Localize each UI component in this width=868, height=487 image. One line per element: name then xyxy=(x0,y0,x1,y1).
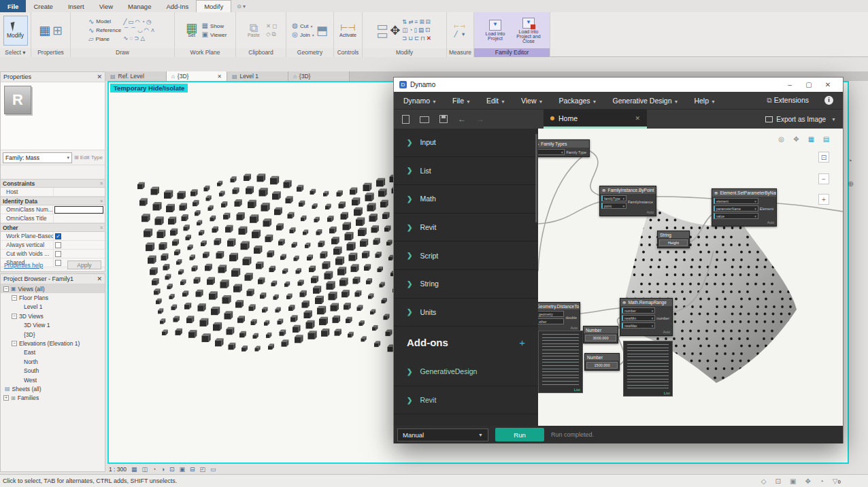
run-button[interactable]: Run xyxy=(495,428,544,441)
load-into-project-button[interactable]: Load into Project xyxy=(480,20,511,41)
run-mode-select[interactable]: Manual▼ xyxy=(397,429,488,441)
library-scrollbar[interactable] xyxy=(535,134,537,222)
info-icon[interactable]: i xyxy=(824,96,833,105)
input-port-parametername[interactable]: parameterName▾ xyxy=(714,205,758,212)
other-header[interactable]: Other xyxy=(3,224,18,231)
select-tool-icon[interactable]: ◎ xyxy=(776,134,786,144)
draw-tools-row-3[interactable]: ∿◌⊃△ xyxy=(123,35,156,42)
measure-tool-icon[interactable]: ⟝⟞ xyxy=(454,22,466,30)
tab-create[interactable]: Create xyxy=(26,0,61,12)
activate-controls-button[interactable]: ⊢⊣Activate xyxy=(335,24,361,37)
tab-view[interactable]: View xyxy=(92,0,120,12)
zoom-fit-button[interactable]: ⊡ xyxy=(818,152,829,163)
sun-path-icon[interactable]: ◔ xyxy=(152,466,156,473)
collapse-identity-icon[interactable]: ≈ xyxy=(100,199,103,203)
input-port-element[interactable]: element▾ xyxy=(714,198,758,204)
tab-insert[interactable]: Insert xyxy=(61,0,92,12)
tab-modify[interactable]: Modify xyxy=(196,0,231,12)
ribbon-options-icon[interactable]: ⊙ ▾ xyxy=(231,0,251,12)
exclude-options-icon[interactable]: ✥ xyxy=(805,477,810,485)
lacing-label[interactable]: Auto xyxy=(600,210,656,216)
geometry-view-toggle-icon[interactable]: ▤ xyxy=(821,134,831,144)
save-file-icon[interactable] xyxy=(439,115,448,123)
minimize-window-icon[interactable]: – xyxy=(780,81,799,88)
omniclass-number-input[interactable] xyxy=(54,206,103,214)
output-port-label[interactable]: Element xyxy=(760,207,773,211)
menu-extensions[interactable]: ⧉ Extensions xyxy=(767,96,809,105)
export-as-image-button[interactable]: Export as Image ▼ xyxy=(765,110,836,129)
solid-tools-icon[interactable]: ⬒ xyxy=(316,27,328,35)
cut-with-voids-checkbox[interactable] xyxy=(55,251,61,257)
menu-packages[interactable]: Packages▼ xyxy=(558,97,597,105)
new-file-icon[interactable] xyxy=(402,115,410,124)
menu-file[interactable]: File▼ xyxy=(452,97,471,105)
align-shapes-icon[interactable]: ▭▭ xyxy=(376,22,388,39)
output-port-label[interactable]: Family Type xyxy=(566,150,586,154)
home-workspace-tab[interactable]: Home ✕ xyxy=(544,110,647,129)
input-port-other[interactable]: other xyxy=(538,318,564,324)
input-port-number[interactable]: number▾ xyxy=(622,307,655,314)
library-section-string[interactable]: ❯String xyxy=(394,270,538,299)
pan-tool-icon[interactable]: ✥ xyxy=(791,134,801,144)
library-section-list[interactable]: ❯List xyxy=(394,157,538,186)
worksharing-icon[interactable]: ⊡ xyxy=(775,477,781,485)
node-geometry-distanceto[interactable]: Geometry.DistanceTo geometry other doubl… xyxy=(538,302,580,332)
tree-item-3d-view-1[interactable]: 3D View 1 xyxy=(1,321,105,330)
tree-expander-icon[interactable]: − xyxy=(12,295,17,301)
tree-expander-icon[interactable]: − xyxy=(3,286,9,292)
data-preview-list[interactable]: List xyxy=(623,341,673,397)
view-tab-3d-2[interactable]: ⌂{3D} xyxy=(288,71,350,81)
show-work-plane-button[interactable]: ▦Show xyxy=(202,22,227,30)
work-plane-based-checkbox[interactable]: ✓ xyxy=(55,233,61,239)
press-drag-icon[interactable]: ◔ xyxy=(820,477,824,485)
move-icon[interactable]: ✥ xyxy=(390,27,400,35)
tree-item-south[interactable]: South xyxy=(1,367,105,375)
close-properties-icon[interactable]: ✕ xyxy=(97,73,102,80)
tree-expander-icon[interactable]: + xyxy=(3,395,9,401)
menu-help[interactable]: Help▼ xyxy=(694,97,716,105)
tree-item-west[interactable]: West xyxy=(1,375,105,384)
node-familyinstance-bypoint[interactable]: ⊕FamilyInstance.ByPoint familyType▾ poin… xyxy=(599,186,656,216)
number-value-input[interactable]: 3000.000 xyxy=(585,335,616,341)
family-category-icon[interactable]: ⊞ xyxy=(52,27,63,35)
output-port-label[interactable]: FamilyInstance xyxy=(628,200,653,204)
lacing-label[interactable]: Auto xyxy=(620,330,672,335)
tree-item-north[interactable]: North xyxy=(1,357,105,366)
node-element-setparameterbyname[interactable]: ⊕Element.SetParameterByName element▾ par… xyxy=(712,188,777,226)
tree-item-families[interactable]: +⊞Families xyxy=(1,394,105,403)
tree-expander-icon[interactable]: − xyxy=(12,341,17,346)
node-string[interactable]: String Height xyxy=(657,231,690,248)
show-crop-region-icon[interactable]: ▣ xyxy=(179,466,185,473)
view-tab-ref-level[interactable]: ▤Ref. Level xyxy=(105,71,167,81)
reference-line-tool[interactable]: ∿Reference xyxy=(88,27,121,35)
input-port-geometry[interactable]: geometry xyxy=(538,311,564,317)
tree-item-level-1[interactable]: Level 1 xyxy=(1,303,105,312)
load-into-project-close-button[interactable]: Load into Project and Close xyxy=(513,18,544,44)
zoom-out-button[interactable]: − xyxy=(818,173,829,184)
graph-view-toggle-icon[interactable]: ▦ xyxy=(806,134,816,144)
data-preview-list[interactable]: List xyxy=(538,331,583,393)
steering-wheel-icon[interactable]: ◔ xyxy=(848,156,854,165)
menu-generative-design[interactable]: Generative Design▼ xyxy=(613,97,679,105)
collapse-other-icon[interactable]: ≈ xyxy=(100,225,103,230)
tab-add-ins[interactable]: Add-Ins xyxy=(158,0,196,12)
paste-button[interactable]: ⧉Paste xyxy=(244,24,264,37)
detail-level-icon[interactable]: ▦ xyxy=(131,466,137,473)
angle-tool-icon[interactable]: ╱ ▾ xyxy=(454,31,466,38)
omniclass-title-value[interactable] xyxy=(54,214,105,222)
clipboard-tools-row-1[interactable]: ✕◻ xyxy=(266,22,278,30)
node-family-types[interactable]: ▸Family Types ▾ Family Type xyxy=(538,139,590,157)
library-section-revit[interactable]: ❯Revit xyxy=(394,214,538,242)
tab-manage[interactable]: Manage xyxy=(120,0,158,12)
model-line-tool[interactable]: ∿Model xyxy=(88,18,121,26)
menu-dynamo[interactable]: Dynamo▼ xyxy=(403,97,437,105)
selection-filter-icon[interactable]: ▽0 xyxy=(833,477,841,485)
library-section-addon-revit[interactable]: ❯Revit xyxy=(394,386,538,415)
undo-icon[interactable]: ← xyxy=(458,114,466,124)
number-value-input[interactable]: 1500.000 xyxy=(586,362,618,369)
family-types-dropdown[interactable]: ▾ xyxy=(538,149,565,155)
always-vertical-checkbox[interactable] xyxy=(55,242,61,248)
tree-item-3d[interactable]: {3D} xyxy=(1,330,105,339)
menu-view[interactable]: View▼ xyxy=(521,97,544,105)
properties-help-link[interactable]: Properties help xyxy=(4,262,43,269)
